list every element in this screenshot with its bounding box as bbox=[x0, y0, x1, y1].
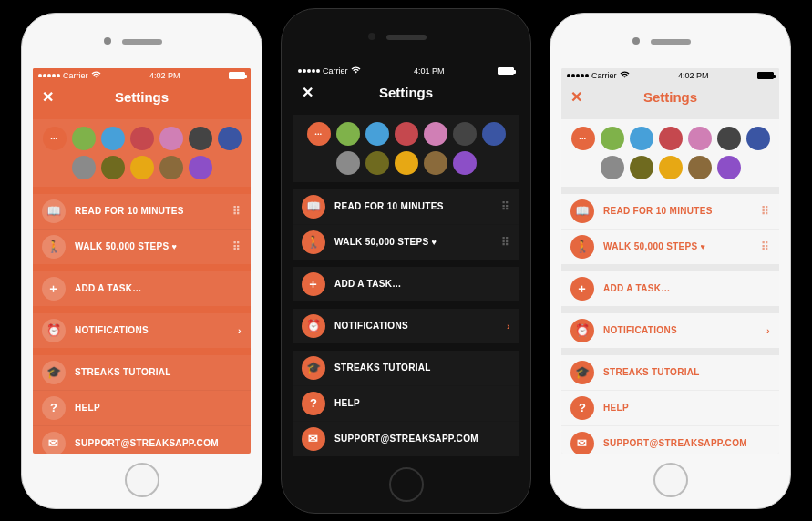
add-task-row[interactable]: ＋ ADD A TASK… bbox=[293, 267, 519, 301]
color-swatch-purple[interactable] bbox=[189, 156, 212, 179]
wifi-icon bbox=[91, 70, 101, 80]
color-swatch-green[interactable] bbox=[601, 127, 624, 150]
color-swatch-dark-gray[interactable] bbox=[717, 127, 741, 150]
color-swatch-blue[interactable] bbox=[101, 127, 125, 150]
color-swatch-green[interactable] bbox=[336, 122, 360, 146]
color-swatch-pink[interactable] bbox=[688, 127, 712, 150]
notifications-row[interactable]: ⏰ NOTIFICATIONS › bbox=[33, 313, 251, 348]
color-swatch-red[interactable] bbox=[395, 122, 418, 146]
walk-icon: 🚶 bbox=[302, 230, 325, 254]
ellipsis-icon: ••• bbox=[580, 136, 587, 141]
notifications-row[interactable]: ⏰ NOTIFICATIONS › bbox=[561, 313, 779, 348]
drag-handle-icon[interactable]: ⠿ bbox=[501, 200, 510, 213]
color-swatch-pink[interactable] bbox=[159, 127, 183, 150]
tasks-section: 📖READ FOR 10 MINUTES⠿🚶WALK 50,000 STEPS … bbox=[33, 194, 251, 264]
add-task-row[interactable]: ＋ ADD A TASK… bbox=[33, 271, 251, 306]
task-label: WALK 50,000 STEPS ♥ bbox=[334, 237, 492, 247]
drag-handle-icon[interactable]: ⠿ bbox=[761, 205, 770, 218]
color-swatch-green[interactable] bbox=[72, 127, 96, 150]
color-swatch-orange[interactable]: ••• bbox=[571, 127, 595, 150]
support-label: STREAKS TUTORIAL bbox=[75, 367, 242, 377]
help-icon: ? bbox=[302, 392, 325, 415]
close-icon[interactable]: ✕ bbox=[302, 84, 313, 101]
support-row[interactable]: 🎓STREAKS TUTORIAL bbox=[33, 355, 251, 390]
support-label: SUPPORT@STREAKSAPP.COM bbox=[334, 434, 510, 444]
color-swatch-olive[interactable] bbox=[365, 151, 389, 175]
color-swatch-pink[interactable] bbox=[424, 122, 447, 146]
status-bar: Carrier 4:02 PM bbox=[561, 68, 779, 83]
settings-content: ••• 📖READ FOR 10 MINUTES⠿🚶WALK 50,000 ST… bbox=[561, 112, 779, 454]
task-row[interactable]: 🚶WALK 50,000 STEPS ♥⠿ bbox=[561, 229, 779, 264]
color-swatch-amber[interactable] bbox=[130, 156, 154, 179]
task-row[interactable]: 🚶WALK 50,000 STEPS ♥⠿ bbox=[293, 224, 519, 260]
walk-icon: 🚶 bbox=[42, 235, 66, 259]
screen: Carrier 4:01 PM ✕ Settings ••• 📖READ FOR… bbox=[293, 64, 519, 458]
color-swatch-gray[interactable] bbox=[601, 156, 624, 179]
support-row[interactable]: ?HELP bbox=[561, 390, 779, 425]
phone-speaker bbox=[122, 39, 162, 45]
color-swatch-blue[interactable] bbox=[630, 127, 653, 150]
home-button[interactable] bbox=[389, 467, 424, 502]
close-icon[interactable]: ✕ bbox=[42, 88, 54, 106]
task-row[interactable]: 📖READ FOR 10 MINUTES⠿ bbox=[293, 189, 519, 224]
support-row[interactable]: 🎓STREAKS TUTORIAL bbox=[561, 355, 779, 390]
ellipsis-icon: ••• bbox=[51, 136, 58, 141]
color-swatch-brown[interactable] bbox=[159, 156, 183, 179]
signal-icon bbox=[298, 69, 320, 73]
color-swatch-dark-gray[interactable] bbox=[453, 122, 477, 146]
color-swatch-dark-gray[interactable] bbox=[189, 127, 212, 150]
carrier-label: Carrier bbox=[591, 71, 617, 80]
color-swatch-gray[interactable] bbox=[72, 156, 96, 179]
mail-icon: ✉ bbox=[570, 432, 594, 454]
support-row[interactable]: ✉SUPPORT@STREAKSAPP.COM bbox=[33, 425, 251, 454]
color-swatch-red[interactable] bbox=[130, 127, 154, 150]
home-button[interactable] bbox=[653, 463, 688, 497]
task-row[interactable]: 🚶WALK 50,000 STEPS ♥⠿ bbox=[33, 229, 251, 264]
plus-icon: ＋ bbox=[42, 277, 66, 301]
home-button[interactable] bbox=[125, 463, 159, 497]
color-swatch-purple[interactable] bbox=[717, 156, 741, 179]
color-swatch-orange[interactable]: ••• bbox=[307, 122, 331, 146]
drag-handle-icon[interactable]: ⠿ bbox=[501, 236, 510, 249]
color-swatch-purple[interactable] bbox=[453, 151, 477, 175]
task-row[interactable]: 📖READ FOR 10 MINUTES⠿ bbox=[33, 194, 251, 229]
color-swatch-olive[interactable] bbox=[101, 156, 125, 179]
support-row[interactable]: ✉SUPPORT@STREAKSAPP.COM bbox=[293, 421, 519, 456]
color-swatch-brown[interactable] bbox=[424, 151, 447, 175]
color-swatch-navy[interactable] bbox=[482, 122, 506, 146]
close-icon[interactable]: ✕ bbox=[570, 88, 582, 106]
support-row[interactable]: ✉SUPPORT@STREAKSAPP.COM bbox=[561, 425, 779, 454]
add-task-section: ＋ ADD A TASK… bbox=[33, 271, 251, 306]
color-swatch-orange[interactable]: ••• bbox=[43, 127, 67, 150]
color-swatch-navy[interactable] bbox=[218, 127, 242, 150]
drag-handle-icon[interactable]: ⠿ bbox=[761, 240, 770, 253]
color-swatch-navy[interactable] bbox=[746, 127, 770, 150]
add-task-row[interactable]: ＋ ADD A TASK… bbox=[561, 271, 779, 306]
support-row[interactable]: ?HELP bbox=[293, 385, 519, 421]
color-swatch-blue[interactable] bbox=[365, 122, 389, 146]
page-title: Settings bbox=[379, 85, 433, 100]
add-task-label: ADD A TASK… bbox=[603, 283, 770, 293]
color-swatch-olive[interactable] bbox=[630, 156, 653, 179]
color-swatch-red[interactable] bbox=[659, 127, 683, 150]
drag-handle-icon[interactable]: ⠿ bbox=[232, 240, 242, 253]
color-swatch-gray[interactable] bbox=[336, 151, 360, 175]
support-section: 🎓STREAKS TUTORIAL?HELP✉SUPPORT@STREAKSAP… bbox=[293, 351, 519, 456]
mail-icon: ✉ bbox=[302, 427, 325, 451]
heart-icon: ♥ bbox=[172, 242, 178, 251]
color-swatch-amber[interactable] bbox=[659, 156, 683, 179]
support-row[interactable]: 🎓STREAKS TUTORIAL bbox=[293, 351, 519, 385]
phone-speaker bbox=[386, 35, 427, 40]
add-task-section: ＋ ADD A TASK… bbox=[293, 267, 519, 301]
color-swatch-brown[interactable] bbox=[688, 156, 712, 179]
drag-handle-icon[interactable]: ⠿ bbox=[232, 205, 242, 218]
phone-camera bbox=[632, 37, 640, 45]
task-row[interactable]: 📖READ FOR 10 MINUTES⠿ bbox=[561, 194, 779, 229]
screen: Carrier 4:02 PM ✕ Settings ••• 📖READ FOR… bbox=[33, 68, 251, 454]
notifications-row[interactable]: ⏰ NOTIFICATIONS › bbox=[293, 309, 519, 343]
book-icon: 📖 bbox=[570, 199, 594, 223]
support-row[interactable]: ?HELP bbox=[33, 390, 251, 425]
color-swatch-amber[interactable] bbox=[395, 151, 418, 175]
tasks-section: 📖READ FOR 10 MINUTES⠿🚶WALK 50,000 STEPS … bbox=[293, 189, 519, 260]
phone-black-theme: Carrier 4:01 PM ✕ Settings ••• 📖READ FOR… bbox=[281, 8, 531, 514]
